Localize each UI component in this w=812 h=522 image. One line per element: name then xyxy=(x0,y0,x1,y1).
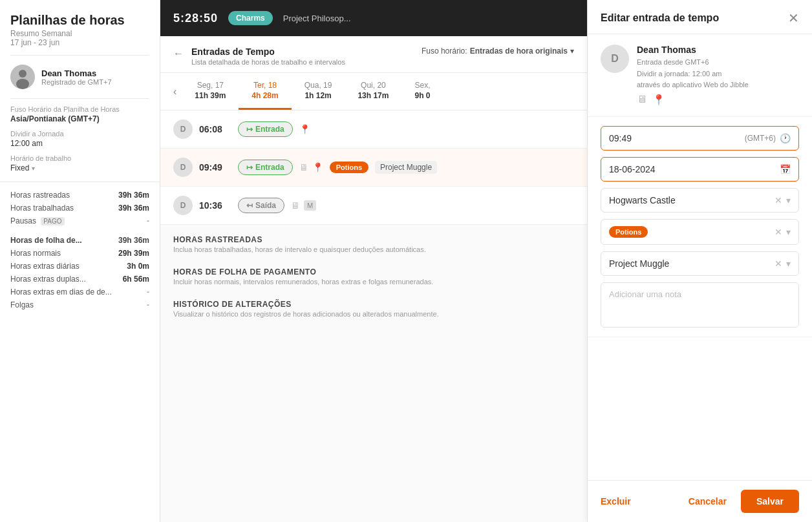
entries-header: ← Entradas de Tempo Lista detalhada de h… xyxy=(160,36,587,73)
stat-value-extras-de: - xyxy=(147,287,149,297)
section-title: HORAS DE FOLHA DE PAGAMENTO xyxy=(173,267,574,277)
back-button[interactable]: ← xyxy=(173,48,184,59)
entry-icons: 🖥 📍 xyxy=(299,162,323,172)
right-user-detail-3: através do aplicativo Web do Jibble xyxy=(637,79,749,91)
time-field[interactable]: 09:49 (GMT+6) 🕐 xyxy=(601,126,799,151)
jornada-value: 12:00 am xyxy=(10,139,149,148)
timer-display: 5:28:50 xyxy=(173,12,218,25)
location-select[interactable]: Hogwarts Castle ✕ ▾ xyxy=(601,188,799,213)
avatar xyxy=(10,65,35,89)
folha-label: Horas de folha de... xyxy=(10,236,82,245)
chevron-down-icon[interactable]: ▾ xyxy=(786,227,791,237)
horario-value[interactable]: Fixed ▾ xyxy=(10,163,149,172)
arrow-left-icon: ↤ xyxy=(246,201,253,210)
clear-tag-button[interactable]: ✕ xyxy=(775,227,782,237)
app-title: Planilhas de horas xyxy=(10,13,149,28)
select-actions: ✕ ▾ xyxy=(775,258,791,269)
location-icon: 📍 xyxy=(312,162,323,172)
timezone-selector[interactable]: Fuso horário: Entradas de hora originais… xyxy=(422,47,574,56)
entries-title: Entradas de Tempo xyxy=(191,47,345,57)
tz-label: Fuso Horário da Planilha de Horas xyxy=(10,105,149,113)
clear-project-button[interactable]: ✕ xyxy=(775,258,782,269)
day-tab-seg[interactable]: Seg, 17 11h 39m xyxy=(182,73,239,110)
stat-value-extras-dp: 6h 56m xyxy=(123,275,149,284)
entries-title-block: Entradas de Tempo Lista detalhada de hor… xyxy=(191,47,345,66)
note-placeholder: Adicionar uma nota xyxy=(609,289,681,299)
clock-icon: 🖥 xyxy=(299,162,308,172)
stat-label-worked: Horas trabalhadas xyxy=(10,204,74,213)
chevron-down-icon[interactable]: ▾ xyxy=(786,258,791,269)
main-content: 5:28:50 Charms Project Philosop... ← Ent… xyxy=(160,0,587,522)
stat-value-normais: 29h 39m xyxy=(118,249,149,258)
day-tab-hours: 13h 17m xyxy=(358,91,389,100)
project-top-label[interactable]: Project Philosop... xyxy=(283,14,351,23)
entries-list: D 06:08 ↦ Entrada 📍 D 09:49 ↦ Entrada 🖥 … xyxy=(160,110,587,522)
section-title: HISTÓRICO DE ALTERAÇÕES xyxy=(173,300,574,309)
right-panel-header: Editar entrada de tempo ✕ xyxy=(588,0,812,34)
stat-label-extras-dp: Horas extras duplas... xyxy=(10,275,86,284)
right-user-avatar: D xyxy=(601,45,629,73)
date-field[interactable]: 18-06-2024 📅 xyxy=(601,157,799,182)
cancel-button[interactable]: Cancelar xyxy=(679,491,736,512)
save-button[interactable]: Salvar xyxy=(741,490,799,513)
day-tab-ter[interactable]: Ter, 18 4h 28m xyxy=(239,73,291,110)
right-user-detail-2: Dividir a jornada: 12:00 am xyxy=(637,68,749,80)
project-label: Project Muggle xyxy=(375,161,437,174)
calendar-icon: 📅 xyxy=(780,164,791,174)
entry-type-button[interactable]: ↤ Saída xyxy=(238,198,284,213)
day-tab-qua[interactable]: Qua, 19 1h 12m xyxy=(292,73,345,110)
section-desc: Inclua horas trabalhadas, horas de inter… xyxy=(173,245,574,253)
pago-badge: PAGO xyxy=(41,217,64,225)
stat-row: Horas rastreadas 39h 36m xyxy=(10,189,149,202)
day-tab-name: Qui, 20 xyxy=(358,81,389,90)
tag-select[interactable]: Potions ✕ ▾ xyxy=(601,219,799,245)
clear-location-button[interactable]: ✕ xyxy=(775,195,782,205)
top-bar: 5:28:50 Charms Project Philosop... xyxy=(160,0,587,36)
tz-selector-value: Entradas de hora originais xyxy=(470,47,568,56)
sidebar-header: Planilhas de horas Resumo Semanal 17 jun… xyxy=(0,0,160,55)
right-user-info: Dean Thomas Entrada desde GMT+6 Dividir … xyxy=(637,45,749,106)
day-tab-qui[interactable]: Qui, 20 13h 17m xyxy=(345,73,401,110)
right-user-detail-1: Entrada desde GMT+6 xyxy=(637,57,749,68)
entry-time: 10:36 xyxy=(199,200,231,211)
arrow-right-icon: ↦ xyxy=(246,163,253,172)
tz-prefix: Fuso horário: xyxy=(422,47,467,56)
chevron-down-icon: ▾ xyxy=(32,165,35,172)
right-footer: Excluir Cancelar Salvar xyxy=(588,480,812,522)
delete-button[interactable]: Excluir xyxy=(601,491,631,512)
charms-badge[interactable]: Charms xyxy=(228,11,273,25)
stat-row: Folgas - xyxy=(10,298,149,311)
entry-type-button[interactable]: ↦ Entrada xyxy=(238,160,293,175)
stat-value-worked: 39h 36m xyxy=(118,204,149,213)
time-gmt-label: (GMT+6) xyxy=(745,134,776,143)
stat-label-pausas: Pausas PAGO xyxy=(10,216,65,225)
location-icon: 📍 xyxy=(652,94,665,106)
right-user-name: Dean Thomas xyxy=(637,45,749,55)
close-button[interactable]: ✕ xyxy=(788,12,799,25)
note-field[interactable]: Adicionar uma nota xyxy=(601,282,799,328)
stat-row: Horas extras diárias 3h 0m xyxy=(10,260,149,273)
day-tab-hours: 9h 0 xyxy=(414,91,430,100)
project-select[interactable]: Project Muggle ✕ ▾ xyxy=(601,251,799,276)
stat-row: Horas normais 29h 39m xyxy=(10,247,149,260)
entry-icons: 📍 xyxy=(299,124,310,134)
entry-type-button[interactable]: ↦ Entrada xyxy=(238,121,293,137)
avatar: D xyxy=(173,196,193,215)
prev-day-button[interactable]: ‹ xyxy=(173,78,182,105)
chevron-down-icon[interactable]: ▾ xyxy=(786,195,791,205)
stat-label-folgas: Folgas xyxy=(10,300,34,309)
entry-type-label: Entrada xyxy=(255,125,284,134)
horario-label: Horário de trabalho xyxy=(10,154,149,162)
avatar: D xyxy=(173,120,193,139)
select-actions: ✕ ▾ xyxy=(775,195,791,205)
monitor-icon: 🖥 xyxy=(637,94,647,106)
user-name: Dean Thomas xyxy=(41,68,112,78)
stat-label-extras-de: Horas extras em dias de de... xyxy=(10,287,112,297)
timezone-section: Fuso Horário da Planilha de Horas Asia/P… xyxy=(0,99,160,182)
stats-section: Horas rastreadas 39h 36m Horas trabalhad… xyxy=(0,182,160,318)
footer-right-actions: Cancelar Salvar xyxy=(679,490,799,513)
entry-type-label: Saída xyxy=(255,201,276,210)
tag-potions[interactable]: Potions xyxy=(330,162,369,173)
day-tab-sex[interactable]: Sex, 9h 0 xyxy=(401,73,443,110)
entry-time: 09:49 xyxy=(199,162,231,172)
